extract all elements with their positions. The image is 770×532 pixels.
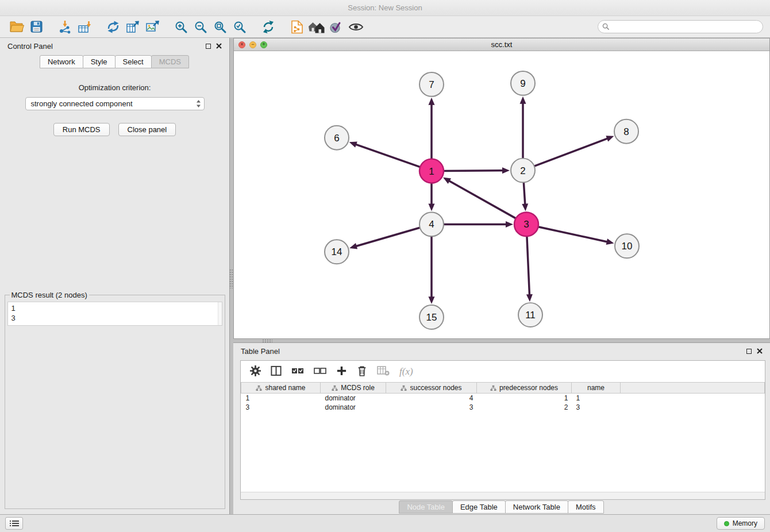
cell-successor-nodes[interactable]: 4 <box>386 394 477 403</box>
node-table: shared name <box>241 382 765 412</box>
cell-predecessor-nodes[interactable]: 2 <box>477 403 572 412</box>
cell-mcds-role[interactable]: dominator <box>321 403 386 412</box>
graph-node-7[interactable]: 7 <box>419 72 444 97</box>
graph-node-2[interactable]: 2 <box>511 159 535 183</box>
graph-node-4[interactable]: 4 <box>419 212 444 236</box>
table-settings-button[interactable] <box>250 365 261 378</box>
open-session-button[interactable] <box>7 18 26 36</box>
zoom-fit-button[interactable] <box>210 18 230 36</box>
vertical-splitter[interactable] <box>229 269 233 288</box>
network-arrows-button[interactable] <box>103 18 123 36</box>
svg-text:1: 1 <box>429 166 434 177</box>
graph-node-14[interactable]: 14 <box>325 240 349 264</box>
graph-edge-arrowhead <box>429 98 435 105</box>
tab-style[interactable]: Style <box>83 55 116 68</box>
table-panel-header: Table Panel <box>233 343 770 359</box>
graph-edge-2-8[interactable] <box>535 138 607 165</box>
show-hide-button[interactable] <box>346 18 365 36</box>
tab-network-table[interactable]: Network Table <box>505 500 568 514</box>
table-horizontal-scrollbar[interactable] <box>241 492 765 499</box>
zoom-out-button[interactable] <box>191 18 210 36</box>
import-network-button[interactable] <box>55 18 75 36</box>
column-edit-icon <box>332 385 338 391</box>
search-input[interactable] <box>598 20 763 33</box>
import-table-button[interactable] <box>75 18 94 36</box>
graph-edge-3-11[interactable] <box>527 237 529 294</box>
horizontal-splitter-grip[interactable] <box>262 339 272 342</box>
graph-edge-2-3[interactable] <box>523 183 525 203</box>
column-header-name[interactable]: name <box>572 383 621 394</box>
zoom-window-icon[interactable]: + <box>260 41 267 48</box>
task-history-button[interactable] <box>5 517 23 530</box>
function-builder-button[interactable]: f(x) <box>399 366 413 377</box>
zoom-selected-button[interactable] <box>230 18 249 36</box>
graph-node-3[interactable]: 3 <box>514 212 538 236</box>
add-column-button[interactable] <box>336 365 347 378</box>
close-panel-icon[interactable] <box>216 43 222 49</box>
select-all-button[interactable] <box>291 367 304 377</box>
delete-column-button[interactable] <box>357 365 367 379</box>
home-button[interactable] <box>307 18 326 36</box>
memory-button[interactable]: Memory <box>717 517 765 530</box>
graph-node-9[interactable]: 9 <box>511 71 535 95</box>
graph-node-8[interactable]: 8 <box>614 119 638 144</box>
export-image-button[interactable] <box>143 18 162 36</box>
float-panel-icon[interactable] <box>746 349 752 354</box>
graph-node-1[interactable]: 1 <box>419 159 444 183</box>
cell-filler <box>621 403 765 412</box>
graph-edge-1-2[interactable] <box>444 171 502 171</box>
show-columns-button[interactable] <box>271 365 282 378</box>
tab-network[interactable]: Network <box>40 55 83 68</box>
graph-edge-arrowhead <box>429 296 435 304</box>
column-header-mcds-role[interactable]: MCDS role <box>321 383 386 394</box>
refresh-button[interactable] <box>259 18 278 36</box>
close-panel-button[interactable]: Close panel <box>118 123 176 136</box>
graph-node-11[interactable]: 11 <box>518 303 542 327</box>
network-canvas[interactable]: 7968124314101511 <box>234 51 769 338</box>
graph-edge-3-1[interactable] <box>449 181 515 218</box>
apply-style-button[interactable] <box>326 18 346 36</box>
result-scrollbar[interactable] <box>218 302 222 325</box>
column-header-successor-nodes[interactable]: successor nodes <box>386 383 477 394</box>
graph-node-6[interactable]: 6 <box>325 126 349 150</box>
apply-style-icon <box>329 20 343 34</box>
cell-successor-nodes[interactable]: 3 <box>386 403 477 412</box>
graph-edge-1-6[interactable] <box>356 145 419 167</box>
optimization-criterion-select[interactable]: strongly connected component <box>25 97 205 110</box>
tab-edge-table[interactable]: Edge Table <box>452 500 506 514</box>
network-window-titlebar: scc.txt × − + <box>234 38 769 51</box>
tab-node-table[interactable]: Node Table <box>399 500 453 514</box>
control-panel-title: Control Panel <box>7 42 53 51</box>
minimize-window-icon[interactable]: − <box>249 41 256 48</box>
zoom-in-button[interactable] <box>171 18 191 36</box>
tab-mcds[interactable]: MCDS <box>151 55 189 68</box>
column-header-shared-name[interactable]: shared name <box>241 383 321 394</box>
unselect-all-button[interactable] <box>314 367 326 377</box>
graph-edge-3-10[interactable] <box>538 227 606 242</box>
cell-mcds-role[interactable]: dominator <box>321 394 386 403</box>
table-panel-title: Table Panel <box>241 347 280 356</box>
graph-node-15[interactable]: 15 <box>419 305 444 329</box>
save-session-button[interactable] <box>26 18 46 36</box>
delete-table-button[interactable] <box>377 365 390 377</box>
export-table-button[interactable] <box>123 18 143 36</box>
close-panel-icon[interactable] <box>757 348 763 354</box>
column-header-predecessor-nodes[interactable]: predecessor nodes <box>477 383 572 394</box>
close-window-icon[interactable]: × <box>238 41 245 48</box>
mcds-result-text: 1 3 <box>8 302 218 325</box>
mcds-result-area[interactable]: 1 3 <box>7 302 222 326</box>
cell-shared-name[interactable]: 3 <box>241 403 321 412</box>
graph-node-10[interactable]: 10 <box>615 234 639 258</box>
float-panel-icon[interactable] <box>206 44 211 49</box>
cell-name[interactable]: 1 <box>572 394 621 403</box>
cell-shared-name[interactable]: 1 <box>241 394 321 403</box>
toolbar-separator <box>278 26 287 27</box>
run-mcds-button[interactable]: Run MCDS <box>53 123 110 136</box>
cell-name[interactable]: 3 <box>572 403 621 412</box>
network-file-button[interactable] <box>287 18 307 36</box>
tab-motifs[interactable]: Motifs <box>568 500 604 514</box>
cell-predecessor-nodes[interactable]: 1 <box>477 394 572 403</box>
graph-edge-4-14[interactable] <box>357 228 419 246</box>
tab-select[interactable]: Select <box>115 55 152 68</box>
network-graph[interactable]: 7968124314101511 <box>234 51 769 338</box>
